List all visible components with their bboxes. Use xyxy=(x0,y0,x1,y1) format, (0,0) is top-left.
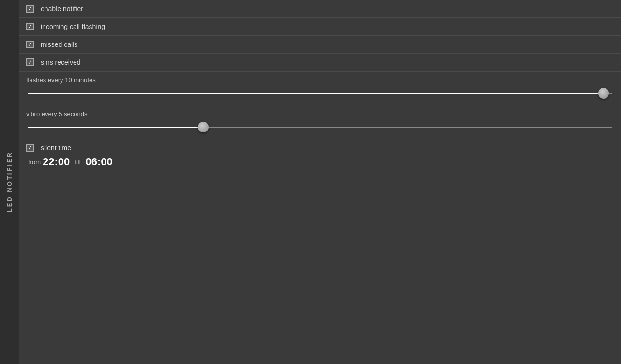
silent-time-section: silent time from 22:00 till 06:00 xyxy=(19,139,621,173)
till-time[interactable]: 06:00 xyxy=(86,156,113,168)
flash-interval-title: flashes every 10 minutes xyxy=(26,76,614,84)
main-content: enable notifier incoming call flashing m… xyxy=(19,0,621,364)
sms-received-checkbox[interactable] xyxy=(26,58,34,66)
silent-time-checkbox[interactable] xyxy=(26,144,34,152)
vibro-interval-section: vibro every 5 seconds xyxy=(19,105,621,139)
missed-calls-row[interactable]: missed calls xyxy=(19,36,621,54)
vibro-interval-title: vibro every 5 seconds xyxy=(26,110,614,117)
vibro-interval-slider[interactable] xyxy=(26,122,614,132)
flash-interval-fill xyxy=(28,93,604,94)
flash-interval-slider[interactable] xyxy=(26,88,614,98)
sms-received-label: sms received xyxy=(41,58,80,66)
flash-interval-track xyxy=(28,93,612,94)
flash-interval-section: flashes every 10 minutes xyxy=(19,72,621,105)
silent-time-row[interactable]: silent time xyxy=(26,144,614,152)
till-label: till xyxy=(75,159,80,166)
from-time[interactable]: 22:00 xyxy=(43,156,70,168)
sms-received-row[interactable]: sms received xyxy=(19,54,621,72)
sidebar-label: LED NOTIFIER xyxy=(6,151,13,212)
from-label: from xyxy=(28,159,41,166)
flash-interval-thumb[interactable] xyxy=(598,88,609,99)
enable-notifier-label: enable notifier xyxy=(41,5,83,13)
vibro-interval-thumb[interactable] xyxy=(198,122,209,132)
time-row: from 22:00 till 06:00 xyxy=(26,156,614,168)
silent-time-label: silent time xyxy=(41,144,71,152)
vibro-interval-fill xyxy=(28,127,203,128)
vibro-interval-track xyxy=(28,127,612,128)
enable-notifier-checkbox[interactable] xyxy=(26,5,34,13)
incoming-call-flashing-row[interactable]: incoming call flashing xyxy=(19,18,621,36)
incoming-call-flashing-label: incoming call flashing xyxy=(41,23,105,30)
missed-calls-label: missed calls xyxy=(41,41,77,48)
sidebar: LED NOTIFIER xyxy=(0,0,19,364)
missed-calls-checkbox[interactable] xyxy=(26,41,34,48)
incoming-call-flashing-checkbox[interactable] xyxy=(26,23,34,30)
enable-notifier-row[interactable]: enable notifier xyxy=(19,0,621,18)
